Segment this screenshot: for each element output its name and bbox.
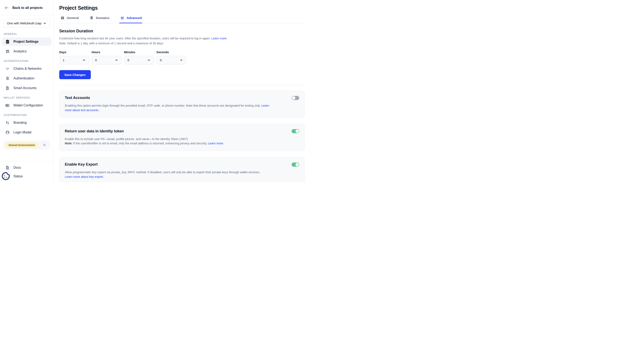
hours-value: 0: [95, 58, 97, 62]
test-accounts-suffix: .: [99, 108, 100, 112]
sidebar-section-wallet-services: WALLET SERVICES: [4, 96, 50, 99]
session-duration-description: Customize how long sessions last for you…: [59, 36, 305, 41]
identity-token-card: Return user data in identity token Enabl…: [59, 124, 305, 151]
save-changes-button[interactable]: Save Changes: [59, 70, 91, 79]
seconds-value: 0: [160, 58, 161, 62]
sidebar-item-branding[interactable]: Branding: [2, 119, 52, 127]
cookie-icon[interactable]: [1, 171, 11, 181]
project-selector-value: One with Web3Auth (sap: [7, 22, 41, 25]
hours-field: Hours 0: [92, 50, 122, 64]
identity-token-learn-more-link[interactable]: Learn more.: [208, 142, 224, 145]
duration-fields: Days 1 Hours 0 Minutes 0: [59, 50, 305, 64]
key-export-toggle[interactable]: [292, 163, 299, 167]
chevron-down-icon: [114, 58, 119, 63]
app-window: Back to all projects One with Web3Auth (…: [0, 0, 312, 182]
tab-bar: General Domains Advanced: [59, 16, 305, 23]
key-export-title: Enable Key Export: [65, 162, 98, 167]
minutes-field: Minutes 0: [124, 50, 154, 64]
sidebar-item-login-modal[interactable]: Login Modal: [2, 128, 52, 137]
sidebar-item-label: Chains & Networks: [13, 67, 42, 71]
key-export-description: Allow programmatic key export via privat…: [65, 170, 299, 175]
tab-label: Advanced: [127, 16, 142, 20]
back-to-projects-button[interactable]: Back to all projects: [0, 0, 53, 15]
sidebar-section-authentication: AUTHENTICATION: [4, 60, 50, 63]
identity-token-note-label: Note:: [65, 142, 72, 145]
days-field: Days 1: [59, 50, 89, 64]
sidebar-item-label: Wallet Configuration: [13, 103, 43, 107]
environment-badge: Devnet Environment: [6, 143, 37, 148]
identity-token-note: Note: If the userIdentifier is set to em…: [65, 141, 299, 146]
sidebar-item-docs[interactable]: Docs: [2, 164, 52, 171]
back-to-projects-label: Back to all projects: [12, 6, 43, 10]
seconds-label: Seconds: [156, 50, 186, 54]
project-selector-wrap: One with Web3Auth (sap: [0, 15, 53, 29]
sidebar-item-label: Analytics: [13, 49, 27, 53]
identity-token-title: Return user data in identity token: [65, 129, 124, 133]
session-description-text: Customize how long sessions last for you…: [59, 37, 210, 40]
sidebar-section-general: GENERAL: [4, 33, 50, 35]
tab-label: Domains: [96, 16, 109, 20]
identity-token-toggle[interactable]: [292, 129, 299, 133]
environment-banner: Devnet Environment: [3, 141, 50, 149]
sidebar-item-wallet-configuration[interactable]: Wallet Configuration: [2, 101, 52, 110]
chevron-down-icon: [81, 58, 86, 63]
test-accounts-description-text: Enabling this option permits login throu…: [65, 104, 260, 107]
table-icon: [60, 16, 65, 21]
clipboard-icon: [5, 39, 10, 44]
wifi-icon: [5, 66, 10, 71]
main-content: Project Settings General Domains Advance…: [54, 0, 312, 182]
hours-select[interactable]: 0: [92, 56, 122, 64]
page-title: Project Settings: [59, 5, 305, 11]
key-export-learn-more-link[interactable]: Learn more about key export.: [65, 175, 104, 178]
document-icon: [5, 86, 10, 91]
chevron-down-icon: [179, 58, 184, 63]
sidebar-item-label: Project Settings: [13, 40, 39, 44]
tab-advanced[interactable]: Advanced: [119, 16, 142, 23]
test-accounts-card: Test Accounts Enabling this option permi…: [59, 91, 305, 118]
branding-icon: [5, 120, 10, 125]
chevron-down-icon: [146, 58, 151, 63]
tab-label: General: [67, 16, 79, 20]
key-export-card: Enable Key Export Allow programmatic key…: [59, 157, 305, 182]
sidebar-item-label: Docs: [13, 166, 21, 170]
test-accounts-toggle[interactable]: [292, 96, 299, 100]
tab-general[interactable]: General: [60, 16, 79, 23]
tab-domains[interactable]: Domains: [89, 16, 110, 23]
minutes-select[interactable]: 0: [124, 56, 154, 64]
session-learn-more-link[interactable]: Learn more: [211, 37, 227, 40]
wallet-icon: [5, 103, 10, 108]
project-selector[interactable]: One with Web3Auth (sap: [3, 19, 50, 27]
sidebar-item-project-settings[interactable]: Project Settings: [2, 38, 52, 46]
identity-token-line1: Enable this to include user PII—email, p…: [65, 137, 299, 142]
sidebar: Back to all projects One with Web3Auth (…: [0, 0, 54, 182]
bar-chart-icon: [5, 49, 10, 54]
hours-label: Hours: [92, 50, 122, 54]
sidebar-item-analytics[interactable]: Analytics: [2, 47, 52, 55]
user-icon: [5, 130, 10, 135]
document-icon: [5, 165, 10, 170]
sidebar-section-customization: CUSTOMIZATION: [4, 114, 50, 117]
back-arrow-icon: [4, 5, 9, 10]
test-accounts-description: Enabling this option permits login throu…: [65, 103, 272, 113]
session-duration-note: Note: Default is 1 day, with a minimum o…: [59, 41, 305, 46]
sidebar-nav: GENERAL Project Settings Analytics AUTHE…: [0, 29, 53, 161]
days-select[interactable]: 1: [59, 56, 89, 64]
database-icon: [89, 16, 94, 21]
days-value: 1: [63, 58, 64, 62]
sidebar-item-smart-accounts[interactable]: Smart Accounts: [2, 84, 52, 92]
days-label: Days: [59, 50, 89, 54]
close-icon[interactable]: [42, 143, 47, 147]
session-duration-title: Session Duration: [59, 29, 305, 33]
sidebar-item-authentication[interactable]: Authentication: [2, 74, 52, 82]
sliders-icon: [120, 16, 125, 21]
minutes-label: Minutes: [124, 50, 154, 54]
sidebar-item-label: Authentication: [13, 76, 34, 80]
test-accounts-title: Test Accounts: [65, 96, 90, 100]
sidebar-item-label: Branding: [13, 121, 27, 124]
sidebar-item-chains-networks[interactable]: Chains & Networks: [2, 65, 52, 73]
sidebar-item-label: Status: [13, 174, 23, 178]
database-icon: [5, 76, 10, 81]
identity-token-note-text: If the userIdentifier is set to email, o…: [72, 142, 207, 145]
minutes-value: 0: [128, 58, 129, 62]
seconds-select[interactable]: 0: [156, 56, 186, 64]
